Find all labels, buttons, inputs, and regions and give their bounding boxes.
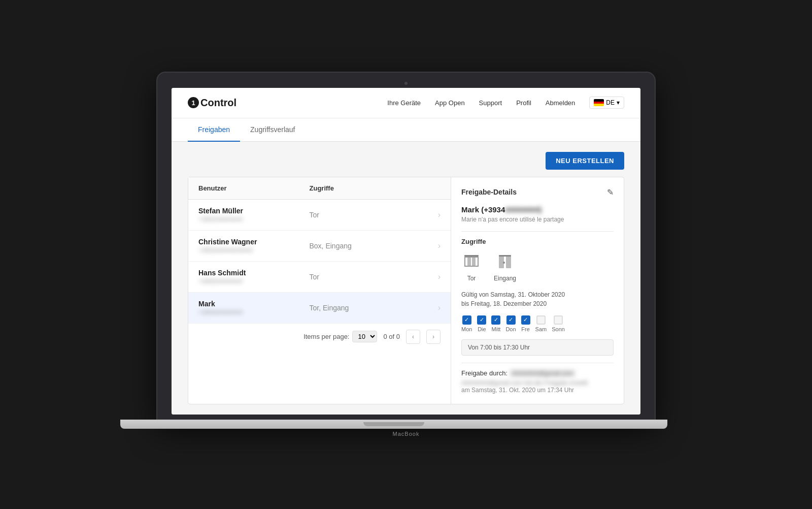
col-header-zugriffe: Zugriffe [310, 184, 421, 192]
flag-de-icon [594, 99, 604, 106]
table-row[interactable]: Mark +3934######## Tor, Eingang › [188, 293, 451, 324]
user-name: Hans Schmidt [198, 269, 310, 277]
table-row[interactable]: Hans Schmidt +3935######## Tor › [188, 262, 451, 293]
day-sam: Sam [535, 315, 547, 332]
day-checkbox-mon[interactable]: ✓ [462, 315, 471, 325]
edit-icon[interactable]: ✎ [607, 187, 614, 197]
freigabe-section: Freigabe durch: ########@gmail.com #####… [461, 369, 614, 394]
user-phone: +3934######## [198, 309, 310, 316]
header-nav: Ihre Geräte App Open Support Profil Abme… [387, 97, 624, 109]
table-section: Benutzer Zugriffe Stefan Müller +3932###… [188, 177, 451, 404]
chevron-right-icon: › [420, 241, 441, 250]
day-checkbox-sam[interactable] [536, 315, 546, 325]
svg-rect-5 [472, 258, 476, 266]
day-mitt: ✓ Mitt [491, 315, 500, 332]
chevron-down-icon: ▾ [617, 99, 620, 106]
table-header: Benutzer Zugriffe [188, 177, 451, 200]
app-logo: 1 Control [188, 97, 236, 109]
user-name: Mark [198, 300, 310, 308]
day-checkbox-sonn[interactable] [554, 315, 563, 325]
access-section-title: Zugriffe [461, 238, 614, 245]
access-icons-row: Tor [461, 251, 614, 282]
detail-user-phone-blurred: ########) [505, 205, 542, 214]
tab-freigaben[interactable]: Freigaben [188, 118, 240, 142]
detail-user-name: Mark (+3934########) [461, 205, 614, 214]
pagination: Items per page: 10 25 50 0 of 0 ‹ › [188, 324, 451, 350]
tabs-bar: Freigaben Zugriffsverlauf [172, 118, 640, 142]
svg-rect-1 [464, 257, 465, 267]
svg-rect-7 [499, 255, 504, 268]
items-per-page-select[interactable]: 10 25 50 [352, 331, 377, 342]
toolbar: NEU ERSTELLEN [188, 152, 624, 170]
gate-icon [461, 251, 482, 272]
content-area: NEU ERSTELLEN Benutzer Zugriffe Stefan M… [172, 142, 640, 415]
user-phone: +3935######## [198, 278, 310, 285]
user-name: Stefan Müller [198, 207, 310, 215]
freigabe-by-label: Freigabe durch: ########@gmail.com [461, 369, 614, 377]
nav-ihre-geraete[interactable]: Ihre Geräte [387, 99, 421, 107]
divider-2 [461, 363, 614, 363]
day-don: ✓ Don [505, 315, 516, 332]
entrance-icon [495, 251, 515, 272]
day-label-die: Die [478, 326, 486, 332]
day-die: ✓ Die [477, 315, 486, 332]
logo-text: Control [200, 97, 236, 109]
day-fre: ✓ Fre [521, 315, 530, 332]
nav-app-open[interactable]: App Open [435, 99, 465, 107]
day-checkbox-die[interactable]: ✓ [477, 315, 486, 325]
detail-panel: Freigabe-Details ✎ Mark (+3934########) … [451, 177, 624, 404]
svg-rect-8 [506, 255, 511, 268]
day-label-mitt: Mitt [492, 326, 501, 332]
app-header: 1 Control Ihre Geräte App Open Support P… [172, 88, 640, 118]
nav-support[interactable]: Support [479, 99, 502, 107]
chevron-right-icon: › [420, 210, 441, 219]
time-range: Von 7:00 bis 17:30 Uhr [461, 339, 614, 356]
access-text: Tor [310, 273, 421, 281]
svg-rect-0 [464, 257, 479, 258]
day-label-sonn: Sonn [552, 326, 565, 332]
items-per-page-control: Items per page: 10 25 50 [303, 331, 377, 342]
nav-abmelden[interactable]: Abmelden [546, 99, 576, 107]
tab-zugriffsverlauf[interactable]: Zugriffsverlauf [240, 118, 305, 142]
day-checkbox-mitt[interactable]: ✓ [491, 315, 500, 325]
freigabe-detail: ########@gmail.com hat die Freigabe erst… [461, 379, 614, 394]
day-label-sam: Sam [535, 326, 547, 332]
detail-header: Freigabe-Details ✎ [461, 187, 614, 197]
pagination-count: 0 of 0 [383, 333, 400, 340]
logo-circle: 1 [188, 97, 199, 108]
svg-rect-2 [478, 257, 479, 267]
macbook-label: MacBook [393, 431, 420, 437]
detail-title: Freigabe-Details [461, 188, 517, 196]
table-row[interactable]: Christine Wagner +3933########### Box, E… [188, 231, 451, 262]
validity-text: Gültig von Samstag, 31. Oktober 2020 bis… [461, 290, 614, 308]
language-selector[interactable]: DE ▾ [589, 97, 624, 109]
eingang-label: Eingang [494, 275, 516, 282]
svg-rect-4 [467, 258, 471, 266]
prev-page-button[interactable]: ‹ [406, 330, 420, 344]
table-row[interactable]: Stefan Müller +3932######## Tor › [188, 200, 451, 231]
access-text: Tor [310, 211, 421, 219]
access-icon-eingang: Eingang [494, 251, 516, 282]
lang-label: DE [606, 99, 615, 106]
next-page-button[interactable]: › [426, 330, 441, 344]
nav-profil[interactable]: Profil [516, 99, 531, 107]
day-sonn: Sonn [552, 315, 565, 332]
items-per-page-label: Items per page: [303, 333, 349, 340]
day-label-mon: Mon [461, 326, 472, 332]
user-phone: +3933########### [198, 247, 310, 254]
chevron-right-icon: › [420, 272, 441, 281]
divider [461, 231, 614, 232]
day-label-don: Don [505, 326, 516, 332]
days-row: ✓ Mon ✓ Die ✓ Mitt [461, 315, 614, 332]
access-text: Box, Eingang [310, 242, 421, 250]
day-checkbox-don[interactable]: ✓ [506, 315, 516, 325]
new-create-button[interactable]: NEU ERSTELLEN [546, 152, 624, 170]
access-icon-tor: Tor [461, 251, 482, 282]
detail-unused-label: Marie n'a pas encore utilisé le partage [461, 216, 614, 223]
day-checkbox-fre[interactable]: ✓ [521, 315, 530, 325]
laptop-notch [363, 422, 424, 426]
laptop-base [120, 420, 667, 429]
day-mon: ✓ Mon [461, 315, 472, 332]
access-text: Tor, Eingang [310, 304, 421, 312]
svg-rect-6 [464, 255, 479, 257]
